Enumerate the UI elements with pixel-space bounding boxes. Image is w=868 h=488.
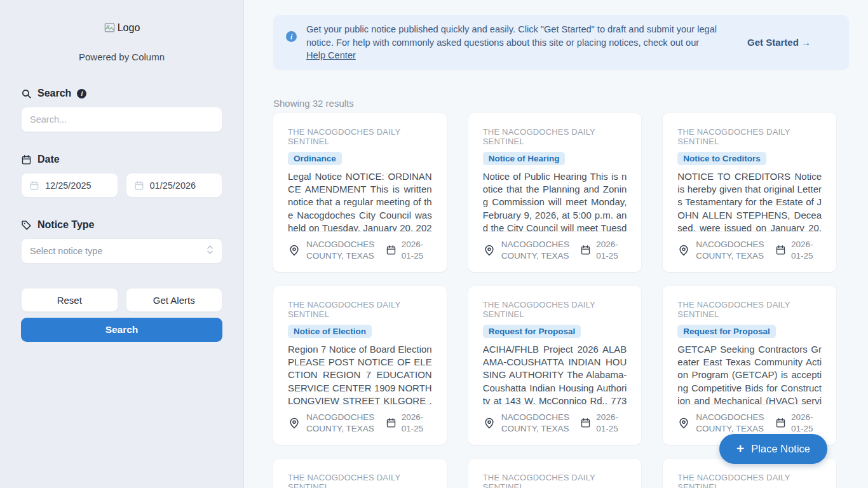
card-footer: NACOGDOCHES COUNTY, TEXAS 2026-01-25: [483, 404, 627, 435]
notice-preview-text: Region 7 Notice of Board Election PLEASE…: [288, 343, 432, 404]
date-section-title: Date: [37, 154, 60, 165]
notice-type-select[interactable]: Select notice type: [21, 238, 222, 264]
search-section-title: Search: [37, 88, 71, 99]
card-location: NACOGDOCHES COUNTY, TEXAS: [696, 412, 767, 435]
calendar-icon: [21, 154, 32, 165]
date-to-field[interactable]: 01/25/2026: [126, 173, 223, 198]
card-publisher: THE NACOGDOCHES DAILY SENTINEL: [288, 127, 432, 146]
notice-card[interactable]: THE NACOGDOCHES DAILY SENTINEL Notice to…: [663, 113, 836, 272]
location-pin-icon: [483, 417, 496, 430]
calendar-icon: [29, 180, 39, 191]
date-to-value: 01/25/2026: [150, 180, 196, 191]
card-date: 2026-01-25: [402, 239, 431, 262]
calendar-icon: [386, 417, 397, 428]
notice-type-section-label: Notice Type: [21, 219, 222, 231]
notice-preview-text: ACIHA/FHLB Project 2026 ALABAMA-COUSHATT…: [483, 343, 627, 404]
date-section-label: Date: [21, 154, 222, 165]
notice-preview-text: Legal Notice NOTICE: ORDINANCE AMENDMENT…: [288, 170, 432, 231]
notice-preview-text: NOTICE TO CREDITORS Notice is hereby giv…: [677, 170, 822, 231]
get-started-banner: i Get your public notice published quick…: [273, 15, 849, 70]
calendar-icon: [134, 180, 144, 191]
help-center-link[interactable]: Help Center: [306, 50, 356, 60]
card-date: 2026-01-25: [402, 412, 431, 435]
card-date: 2026-01-25: [791, 239, 820, 262]
notice-card[interactable]: THE NACOGDOCHES DAILY SENTINEL Request f…: [663, 286, 836, 445]
calendar-icon: [580, 245, 591, 255]
tag-icon: [21, 220, 32, 231]
notice-type-placeholder: Select notice type: [30, 246, 102, 256]
card-location: NACOGDOCHES COUNTY, TEXAS: [306, 239, 377, 262]
card-publisher: THE NACOGDOCHES DAILY SENTINEL: [483, 127, 627, 146]
location-pin-icon: [677, 417, 690, 430]
notice-card[interactable]: THE NACOGDOCHES DAILY SENTINEL Notice of…: [273, 286, 447, 445]
calendar-icon: [386, 245, 397, 255]
chevron-up-down-icon: [207, 245, 214, 257]
broken-image-icon: [104, 22, 116, 34]
card-publisher: THE NACOGDOCHES DAILY SENTINEL: [483, 473, 627, 488]
notice-preview-text: Notice of Public Hearing This is notice …: [483, 170, 627, 231]
notice-card[interactable]: THE NACOGDOCHES DAILY SENTINEL Ordinance…: [273, 113, 447, 272]
card-publisher: THE NACOGDOCHES DAILY SENTINEL: [483, 300, 627, 319]
calendar-icon: [775, 417, 786, 428]
place-notice-label: Place Notice: [751, 443, 810, 455]
card-location: NACOGDOCHES COUNTY, TEXAS: [306, 412, 377, 435]
banner-text: Get your public notice published quickly…: [306, 23, 738, 62]
place-notice-button[interactable]: + Place Notice: [719, 434, 827, 464]
results-main: i Get your public notice published quick…: [244, 0, 868, 488]
card-publisher: THE NACOGDOCHES DAILY SENTINEL: [288, 300, 432, 319]
notice-type-badge: Request for Proposal: [483, 325, 581, 338]
notice-card[interactable]: THE NACOGDOCHES DAILY SENTINEL Request f…: [468, 286, 642, 445]
powered-by-text: Powered by Column: [21, 51, 222, 62]
notice-type-badge: Notice of Election: [288, 325, 372, 338]
location-pin-icon: [288, 244, 301, 257]
card-publisher: THE NACOGDOCHES DAILY SENTINEL: [677, 127, 822, 146]
location-pin-icon: [288, 417, 301, 430]
notice-type-badge: Request for Proposal: [677, 325, 776, 338]
notice-card[interactable]: THE NACOGDOCHES DAILY SENTINEL Notice to…: [273, 459, 447, 488]
card-date: 2026-01-25: [596, 239, 625, 262]
logo-alt-text: Logo: [118, 22, 140, 34]
card-location: NACOGDOCHES COUNTY, TEXAS: [501, 412, 573, 435]
results-summary: Showing 32 results: [273, 98, 849, 109]
notice-type-badge: Ordinance: [288, 152, 342, 165]
notice-type-badge: Notice of Hearing: [483, 152, 566, 165]
logo-block: Logo: [21, 19, 222, 36]
card-footer: NACOGDOCHES COUNTY, TEXAS 2026-01-25: [288, 404, 432, 435]
get-alerts-button[interactable]: Get Alerts: [126, 288, 223, 312]
calendar-icon: [775, 245, 786, 255]
notice-type-section-title: Notice Type: [37, 219, 95, 231]
card-date: 2026-01-25: [791, 412, 820, 435]
card-publisher: THE NACOGDOCHES DAILY SENTINEL: [677, 300, 822, 319]
calendar-icon: [580, 417, 591, 428]
search-input[interactable]: [21, 107, 222, 132]
date-from-field[interactable]: 12/25/2025: [21, 173, 118, 198]
notice-card[interactable]: THE NACOGDOCHES DAILY SENTINEL Notice of…: [468, 113, 642, 272]
get-started-link[interactable]: Get Started →: [747, 37, 811, 48]
search-button[interactable]: Search: [21, 318, 222, 342]
notice-cards-grid: THE NACOGDOCHES DAILY SENTINEL Ordinance…: [273, 113, 836, 488]
card-footer: NACOGDOCHES COUNTY, TEXAS 2026-01-25: [677, 231, 822, 262]
card-publisher: THE NACOGDOCHES DAILY SENTINEL: [677, 473, 822, 488]
notice-preview-text: GETCAP Seeking Contractors Greater East …: [677, 343, 822, 404]
card-date: 2026-01-25: [596, 412, 625, 435]
location-pin-icon: [677, 244, 690, 257]
card-footer: NACOGDOCHES COUNTY, TEXAS 2026-01-25: [677, 404, 822, 435]
card-location: NACOGDOCHES COUNTY, TEXAS: [696, 239, 767, 262]
date-from-value: 12/25/2025: [45, 180, 92, 191]
card-location: NACOGDOCHES COUNTY, TEXAS: [501, 239, 573, 262]
search-icon: [21, 88, 32, 99]
location-pin-icon: [483, 244, 496, 257]
plus-icon: +: [736, 442, 744, 455]
reset-button[interactable]: Reset: [21, 288, 118, 312]
card-footer: NACOGDOCHES COUNTY, TEXAS 2026-01-25: [288, 231, 432, 262]
card-publisher: THE NACOGDOCHES DAILY SENTINEL: [288, 473, 432, 488]
search-info-icon[interactable]: i: [77, 89, 86, 98]
search-section-label: Search i: [21, 88, 222, 99]
notice-card[interactable]: THE NACOGDOCHES DAILY SENTINEL Notice of…: [468, 459, 642, 488]
notice-type-badge: Notice to Creditors: [677, 152, 766, 165]
info-icon: i: [286, 31, 297, 42]
filter-sidebar: Logo Powered by Column Search i Date 12/…: [0, 0, 244, 488]
banner-message: Get your public notice published quickly…: [306, 24, 717, 48]
card-footer: NACOGDOCHES COUNTY, TEXAS 2026-01-25: [483, 231, 627, 262]
